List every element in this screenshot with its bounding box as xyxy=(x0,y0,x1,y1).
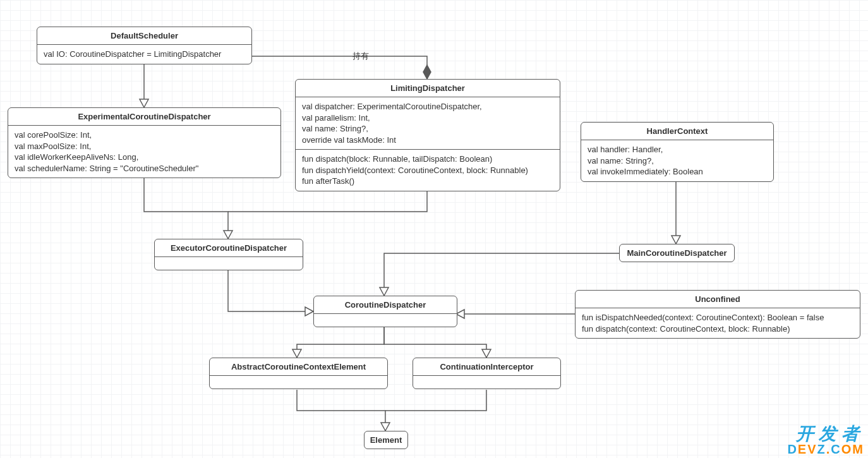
node-title: ExecutorCoroutineDispatcher xyxy=(155,239,303,257)
edge-executor-to-cd xyxy=(228,269,313,311)
node-element: Element xyxy=(364,431,408,449)
node-attrs: fun isDispatchNeeded(context: CoroutineC… xyxy=(576,308,860,338)
node-attrs: val dispatcher: ExperimentalCoroutineDis… xyxy=(296,97,560,149)
node-empty xyxy=(210,376,387,389)
node-abstract-element: AbstractCoroutineContextElement xyxy=(209,358,388,389)
watermark-cn: 开发者 xyxy=(796,425,864,443)
node-title: LimitingDispatcher xyxy=(296,80,560,97)
arrow-executor xyxy=(224,231,232,239)
node-executor: ExecutorCoroutineDispatcher xyxy=(154,239,303,270)
diagram-canvas: { "nodes": { "defaultScheduler": { "titl… xyxy=(0,0,868,458)
node-title: ContinuationInterceptor xyxy=(413,358,560,376)
node-title: HandlerContext xyxy=(581,123,773,140)
node-empty xyxy=(314,314,457,327)
arrow-cd-from-executor xyxy=(305,307,313,316)
node-title: DefaultScheduler xyxy=(37,27,251,45)
arrow-abstract xyxy=(292,349,301,358)
node-empty xyxy=(155,257,303,270)
edges-layer: LimitingDispatcher (composition, filled … xyxy=(0,0,868,458)
node-limiting: LimitingDispatcher val dispatcher: Exper… xyxy=(295,79,560,191)
edge-abstract-to-element xyxy=(297,390,385,431)
node-empty xyxy=(413,376,560,389)
node-experimental: ExperimentalCoroutineDispatcher val core… xyxy=(8,107,281,178)
node-main-dispatcher: MainCoroutineDispatcher xyxy=(619,244,735,262)
diamond-limiting xyxy=(423,65,431,79)
node-title: CoroutineDispatcher xyxy=(314,296,457,314)
node-default-scheduler: DefaultScheduler val IO: CoroutineDispat… xyxy=(37,27,252,64)
edge-default-to-limiting xyxy=(251,56,427,79)
edge-limiting-down xyxy=(228,188,427,212)
edge-main-to-cd xyxy=(384,253,619,296)
watermark-en: DEVZ.COM xyxy=(787,443,864,455)
edge-cd-to-ci xyxy=(384,325,486,358)
arrow-experimental xyxy=(140,99,148,107)
node-title: ExperimentalCoroutineDispatcher xyxy=(8,108,280,126)
node-title: Element xyxy=(365,431,407,449)
arrow-main xyxy=(672,236,680,244)
node-attrs: val IO: CoroutineDispatcher = LimitingDi… xyxy=(37,45,251,64)
arrow-element xyxy=(381,423,390,431)
node-handler-context: HandlerContext val handler: Handler, val… xyxy=(581,122,774,182)
node-coroutine-dispatcher: CoroutineDispatcher xyxy=(313,296,457,327)
watermark: 开发者 DEVZ.COM xyxy=(787,425,864,455)
edge-experimental-down xyxy=(144,169,228,239)
edge-ci-to-element xyxy=(385,390,486,411)
edge-cd-to-abstract xyxy=(297,325,384,358)
node-title: MainCoroutineDispatcher xyxy=(620,244,734,262)
node-title: Unconfined xyxy=(576,291,860,308)
node-ops: fun dispatch(block: Runnable, tailDispat… xyxy=(296,149,560,191)
node-continuation-interceptor: ContinuationInterceptor xyxy=(413,358,561,389)
edge-label-has: 持有 xyxy=(353,51,369,62)
node-title: AbstractCoroutineContextElement xyxy=(210,358,387,376)
arrow-cd-from-main xyxy=(380,287,389,296)
arrow-ci xyxy=(482,349,491,358)
node-attrs: val corePoolSize: Int, val maxPoolSize: … xyxy=(8,126,280,178)
node-unconfined: Unconfined fun isDispatchNeeded(context:… xyxy=(575,290,860,339)
node-attrs: val handler: Handler, val name: String?,… xyxy=(581,140,773,181)
